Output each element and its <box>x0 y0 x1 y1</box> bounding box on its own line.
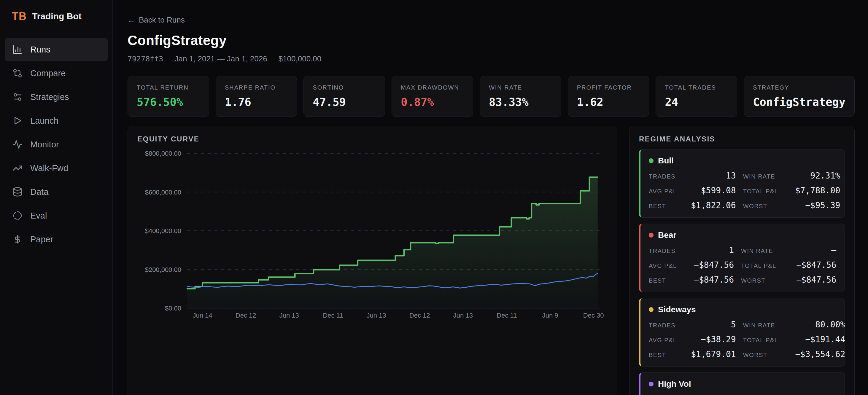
x-axis-tick-label: Dec 30 <box>583 312 604 319</box>
sidebar: TB Trading Bot Runs Compare Strategies L… <box>0 0 113 395</box>
sidebar-item-label: Paper <box>30 235 53 244</box>
regime-stat-label: WORST <box>743 203 788 210</box>
regime-name: Bear <box>658 230 676 240</box>
regime-stats: TRADES1WIN RATE—AVG P&L−$847.56TOTAL P&L… <box>649 245 836 285</box>
x-axis-tick-label: Dec 11 <box>323 312 343 319</box>
monitor-icon <box>12 139 23 150</box>
stat-card-sortino: SORTINO 47.59 <box>304 76 385 117</box>
run-meta: 79278ff3 Jan 1, 2021 — Jan 1, 2026 $100,… <box>128 54 855 63</box>
regime-stats: TRADES5WIN RATE80.00%AVG P&L−$38.29TOTAL… <box>649 320 836 359</box>
logo-mark: TB <box>12 10 27 23</box>
regime-stat-label: TRADES <box>649 248 684 255</box>
sidebar-item-data[interactable]: Data <box>5 180 108 204</box>
stat-label: TOTAL RETURN <box>137 84 200 91</box>
regime-stat-value: −$95.39 <box>795 200 840 210</box>
sidebar-item-walk-fwd[interactable]: Walk-Fwd <box>5 156 108 180</box>
regime-stat-value: −$847.56 <box>793 275 836 285</box>
regime-stat-label: AVG P&L <box>649 262 684 269</box>
sidebar-item-strategies[interactable]: Strategies <box>5 85 108 109</box>
regime-dot <box>649 382 653 386</box>
equity-curve-panel: EQUITY CURVE $0.00$200,000.00$400,000.00… <box>128 126 617 395</box>
regime-card-bull: Bull TRADES13WIN RATE92.31%AVG P&L$599.0… <box>639 149 845 218</box>
regime-stat-label: BEST <box>649 277 684 284</box>
regime-stat-label: AVG P&L <box>649 188 684 195</box>
regime-stat-value: −$847.56 <box>793 260 836 270</box>
regime-stat-value: −$191.44 <box>795 334 845 344</box>
sidebar-item-monitor[interactable]: Monitor <box>5 133 108 156</box>
regime-stat-label: TRADES <box>649 173 684 180</box>
regime-stat-label: TOTAL P&L <box>743 337 788 344</box>
stat-label: SORTINO <box>313 84 376 91</box>
sidebar-item-label: Monitor <box>30 140 59 150</box>
stat-label: SHARPE RATIO <box>225 84 288 91</box>
regime-name: Bull <box>658 156 674 165</box>
regime-dot <box>649 307 653 312</box>
regime-stat-label: WIN RATE <box>741 248 786 255</box>
stat-value: 0.87% <box>401 96 464 108</box>
regime-stat-label: WORST <box>741 277 786 284</box>
equity-curve-title: EQUITY CURVE <box>137 135 608 143</box>
app-title: Trading Bot <box>32 11 82 21</box>
regime-stat-value: 5 <box>691 320 736 329</box>
stat-label: MAX DRAWDOWN <box>401 84 464 91</box>
sidebar-item-runs[interactable]: Runs <box>5 38 108 61</box>
run-id: 79278ff3 <box>128 55 163 63</box>
regime-card-high-vol: High Vol TRADES5WIN RATE80.00%AVG P&L−$3… <box>639 372 845 395</box>
sidebar-item-launch[interactable]: Launch <box>5 109 108 133</box>
stat-value: 83.33% <box>489 96 552 108</box>
sidebar-item-label: Runs <box>30 45 51 55</box>
x-axis-tick-label: Jun 14 <box>192 312 212 319</box>
compare-icon <box>12 68 23 78</box>
y-axis-tick-label: $600,000.00 <box>145 189 181 196</box>
stat-card-sharpe-ratio: SHARPE RATIO 1.76 <box>216 76 297 117</box>
back-arrow-icon: ← <box>128 15 135 25</box>
regime-dot <box>649 158 653 163</box>
equity-area <box>187 177 598 308</box>
stat-value: 47.59 <box>313 96 376 108</box>
regime-stat-label: TOTAL P&L <box>741 262 786 269</box>
stat-card-profit-factor: PROFIT FACTOR 1.62 <box>568 76 649 117</box>
regime-stat-value: $1,679.01 <box>691 349 736 359</box>
x-axis-tick-label: Dec 12 <box>409 312 430 319</box>
strategies-icon <box>12 92 23 102</box>
back-to-runs-link[interactable]: ← Back to Runs <box>128 15 185 25</box>
x-axis-tick-label: Jun 13 <box>279 312 299 319</box>
x-axis-tick-label: Jun 9 <box>542 312 558 319</box>
back-link-label: Back to Runs <box>139 15 185 25</box>
stat-label: PROFIT FACTOR <box>577 84 640 91</box>
regime-stat-value: $599.08 <box>691 186 736 195</box>
y-axis-tick-label: $800,000.00 <box>145 150 181 157</box>
stat-value: 24 <box>665 96 728 108</box>
main-content: ← Back to Runs ConfigStrategy 79278ff3 J… <box>113 0 868 395</box>
x-axis-tick-label: Jun 13 <box>367 312 386 319</box>
stat-value: 1.62 <box>577 96 640 108</box>
sidebar-nav: Runs Compare Strategies Launch Monitor W… <box>0 32 113 257</box>
regime-name: Sideways <box>658 305 696 314</box>
regime-stat-value: −$38.29 <box>691 334 736 344</box>
app-root: TB Trading Bot Runs Compare Strategies L… <box>0 0 868 395</box>
regime-stat-label: TOTAL P&L <box>743 188 788 195</box>
eval-icon <box>12 210 23 221</box>
regime-card-sideways: Sideways TRADES5WIN RATE80.00%AVG P&L−$3… <box>639 298 845 366</box>
regime-stat-value: — <box>793 245 836 255</box>
sidebar-item-compare[interactable]: Compare <box>5 61 108 85</box>
regime-stats: TRADES13WIN RATE92.31%AVG P&L$599.08TOTA… <box>649 171 836 210</box>
regime-stat-value: −$847.56 <box>691 260 734 270</box>
regime-stat-value: 80.00% <box>795 320 845 329</box>
regime-stat-label: TRADES <box>649 322 684 329</box>
regime-dot <box>649 233 653 237</box>
stat-label: TOTAL TRADES <box>665 84 728 91</box>
sidebar-item-label: Compare <box>30 68 66 78</box>
stat-card-win-rate: WIN RATE 83.33% <box>480 76 561 117</box>
x-axis-tick-label: Dec 12 <box>236 312 256 319</box>
page-title: ConfigStrategy <box>128 32 855 48</box>
regime-analysis-panel: REGIME ANALYSIS Bull TRADES13WIN RATE92.… <box>629 126 855 395</box>
sidebar-item-eval[interactable]: Eval <box>5 204 108 227</box>
sidebar-item-label: Data <box>30 187 49 197</box>
regime-stat-label: BEST <box>649 203 684 210</box>
regime-stat-label: WIN RATE <box>743 322 788 329</box>
stat-value: 1.76 <box>225 96 288 108</box>
sidebar-item-paper[interactable]: Paper <box>5 227 108 251</box>
y-axis-tick-label: $400,000.00 <box>145 227 181 235</box>
runs-icon <box>12 44 23 55</box>
